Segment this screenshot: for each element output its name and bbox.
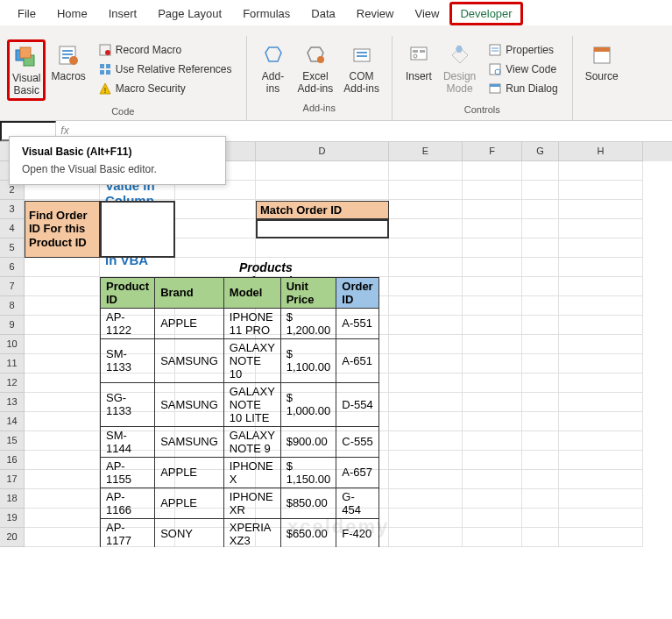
cell[interactable] (463, 451, 522, 470)
cell[interactable] (559, 489, 643, 509)
cell[interactable] (389, 335, 463, 354)
cell[interactable] (100, 528, 175, 547)
cell[interactable] (100, 316, 175, 335)
cell[interactable] (256, 296, 389, 316)
tab-page-layout[interactable]: Page Layout (147, 2, 232, 25)
cell[interactable] (463, 335, 522, 354)
cell[interactable] (522, 161, 559, 181)
macro-security-button[interactable]: ! Macro Security (95, 80, 236, 97)
cell[interactable] (559, 277, 643, 296)
cell[interactable] (463, 161, 522, 181)
cell[interactable] (256, 489, 389, 509)
cell[interactable] (25, 296, 100, 316)
cell[interactable] (256, 238, 389, 258)
row-header[interactable]: 14 (0, 412, 25, 431)
fx-icon[interactable]: fx (56, 125, 74, 137)
cell[interactable] (463, 431, 522, 451)
cell[interactable] (522, 181, 559, 200)
excel-addins-button[interactable]: Excel Add-ins (293, 39, 339, 97)
cell[interactable] (559, 528, 643, 547)
cell[interactable] (559, 258, 643, 277)
cell[interactable] (522, 451, 559, 470)
cell[interactable] (463, 219, 522, 238)
cell[interactable] (389, 354, 463, 374)
col-header[interactable]: D (256, 142, 389, 161)
cell[interactable] (389, 296, 463, 316)
row-header[interactable]: 18 (0, 489, 25, 509)
cell[interactable] (559, 393, 643, 412)
cell[interactable] (175, 200, 256, 219)
cell[interactable] (522, 412, 559, 431)
view-code-button[interactable]: View Code (485, 60, 561, 78)
cell[interactable] (389, 393, 463, 412)
cell[interactable] (175, 219, 256, 238)
cell[interactable] (389, 258, 463, 277)
cell[interactable] (25, 238, 100, 258)
cell[interactable] (522, 374, 559, 393)
cells-area[interactable]: Find Value in Column Using FIND Function… (25, 161, 672, 547)
cell[interactable] (25, 470, 100, 489)
cell[interactable] (100, 219, 175, 238)
cell[interactable] (25, 354, 100, 374)
cell[interactable] (100, 277, 175, 296)
cell[interactable] (463, 393, 522, 412)
cell[interactable] (25, 431, 100, 451)
cell[interactable] (25, 412, 100, 431)
tab-formulas[interactable]: Formulas (232, 2, 301, 25)
visual-basic-button[interactable]: Visual Basic (7, 39, 46, 101)
tab-insert[interactable]: Insert (98, 2, 148, 25)
cell[interactable] (559, 238, 643, 258)
cell[interactable] (522, 528, 559, 547)
cell[interactable] (175, 374, 256, 393)
cell[interactable] (25, 277, 100, 296)
cell[interactable] (463, 200, 522, 219)
cell[interactable] (256, 431, 389, 451)
macros-button[interactable]: Macros (46, 39, 90, 85)
cell[interactable] (389, 277, 463, 296)
cell[interactable] (25, 335, 100, 354)
cell[interactable] (463, 509, 522, 528)
row-header[interactable]: 11 (0, 354, 25, 374)
row-header[interactable]: 8 (0, 296, 25, 316)
cell[interactable] (256, 509, 389, 528)
cell[interactable] (522, 219, 559, 238)
run-dialog-button[interactable]: Run Dialog (485, 80, 561, 97)
cell[interactable] (25, 528, 100, 547)
cell[interactable] (389, 161, 463, 181)
cell[interactable] (559, 412, 643, 431)
cell[interactable] (463, 528, 522, 547)
cell[interactable] (256, 316, 389, 335)
cell[interactable] (389, 238, 463, 258)
tab-view[interactable]: View (404, 2, 449, 25)
cell[interactable] (522, 489, 559, 509)
cell[interactable] (559, 354, 643, 374)
cell[interactable] (559, 219, 643, 238)
row-header[interactable]: 15 (0, 431, 25, 451)
cell[interactable] (25, 200, 100, 219)
cell[interactable] (175, 489, 256, 509)
cell[interactable] (463, 354, 522, 374)
cell[interactable] (256, 412, 389, 431)
cell[interactable] (522, 431, 559, 451)
cell[interactable] (463, 238, 522, 258)
cell[interactable] (100, 393, 175, 412)
source-button[interactable]: Source (580, 39, 624, 85)
row-header[interactable]: 13 (0, 393, 25, 412)
cell[interactable] (175, 393, 256, 412)
col-header[interactable]: F (463, 142, 522, 161)
cell[interactable] (25, 316, 100, 335)
cell[interactable] (25, 489, 100, 509)
cell[interactable] (256, 161, 389, 181)
row-header[interactable]: 10 (0, 335, 25, 354)
cell[interactable] (522, 335, 559, 354)
cell[interactable] (100, 509, 175, 528)
cell[interactable] (175, 316, 256, 335)
cell[interactable] (25, 393, 100, 412)
cell[interactable] (559, 296, 643, 316)
cell[interactable] (175, 509, 256, 528)
cell[interactable] (522, 200, 559, 219)
cell[interactable] (559, 374, 643, 393)
cell[interactable] (522, 393, 559, 412)
cell[interactable] (25, 258, 100, 277)
cell[interactable] (389, 181, 463, 200)
